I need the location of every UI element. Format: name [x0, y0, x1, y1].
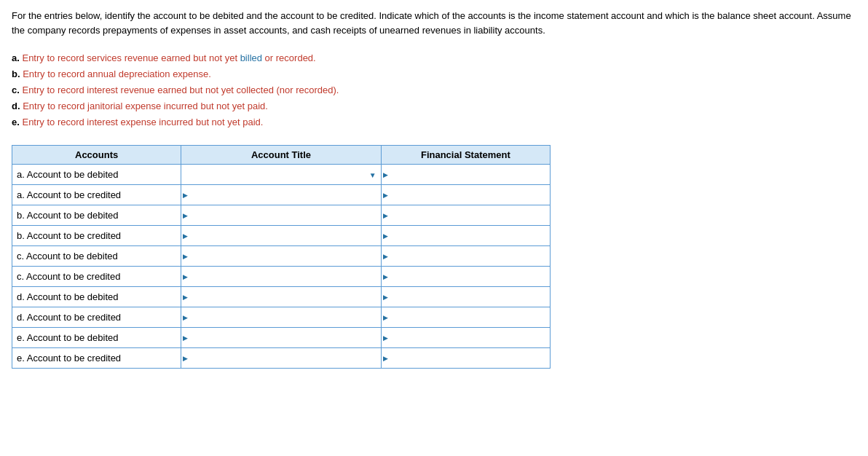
account-title-select[interactable]: Accounts ReceivableAccrued LiabilitiesAc…	[181, 185, 380, 205]
table-row: d. Account to be debitedAccounts Receiva…	[12, 287, 551, 307]
account-title-dropdown-cell[interactable]: Accounts ReceivableAccrued LiabilitiesAc…	[181, 246, 381, 267]
account-title-select[interactable]: Accounts ReceivableAccrued LiabilitiesAc…	[181, 246, 380, 266]
intro-paragraph: For the entries below, identify the acco…	[12, 9, 856, 37]
account-title-dropdown-cell[interactable]: Accounts ReceivableAccrued LiabilitiesAc…	[181, 287, 381, 307]
table-row: c. Account to be debitedAccounts Receiva…	[12, 246, 551, 267]
account-title-dropdown-cell[interactable]: Accounts ReceivableAccrued LiabilitiesAc…	[181, 328, 381, 348]
financial-statement-dropdown-cell[interactable]: Balance SheetIncome Statement▶	[381, 287, 550, 307]
row-label: e. Account to be debited	[12, 328, 181, 348]
accounts-table: Accounts Account Title Financial Stateme…	[12, 145, 551, 369]
financial-statement-dropdown-cell[interactable]: Balance SheetIncome Statement▶	[381, 185, 550, 205]
financial-statement-select[interactable]: Balance SheetIncome Statement	[382, 328, 550, 347]
financial-statement-dropdown-cell[interactable]: Balance SheetIncome Statement▶	[381, 348, 550, 369]
account-title-dropdown-cell[interactable]: Accounts ReceivableAccrued LiabilitiesAc…	[181, 307, 381, 328]
account-title-dropdown-cell[interactable]: Accounts ReceivableAccrued LiabilitiesAc…	[181, 348, 381, 369]
col-accounts: Accounts	[12, 146, 181, 165]
account-title-dropdown-cell[interactable]: Accounts ReceivableAccrued LiabilitiesAc…	[181, 205, 381, 226]
financial-statement-dropdown-cell[interactable]: Balance SheetIncome Statement▶	[381, 267, 550, 287]
entries-list: a. Entry to record services revenue earn…	[12, 50, 856, 130]
financial-statement-dropdown-cell[interactable]: Balance SheetIncome Statement▶	[381, 246, 550, 267]
table-row: e. Account to be creditedAccounts Receiv…	[12, 348, 551, 369]
account-title-dropdown-cell[interactable]: Accounts ReceivableAccrued LiabilitiesAc…	[181, 165, 381, 185]
row-label: c. Account to be debited	[12, 246, 181, 267]
financial-statement-select[interactable]: Balance SheetIncome Statement	[382, 205, 550, 225]
table-row: d. Account to be creditedAccounts Receiv…	[12, 307, 551, 328]
account-title-dropdown-cell[interactable]: Accounts ReceivableAccrued LiabilitiesAc…	[181, 185, 381, 205]
row-label: c. Account to be credited	[12, 267, 181, 287]
table-row: a. Account to be creditedAccounts Receiv…	[12, 185, 551, 205]
financial-statement-select[interactable]: Balance SheetIncome Statement	[382, 165, 550, 184]
table-row: e. Account to be debitedAccounts Receiva…	[12, 328, 551, 348]
entry-b: b. Entry to record annual depreciation e…	[12, 66, 856, 82]
financial-statement-select[interactable]: Balance SheetIncome Statement	[382, 307, 550, 327]
row-label: b. Account to be debited	[12, 205, 181, 226]
financial-statement-select[interactable]: Balance SheetIncome Statement	[382, 267, 550, 286]
row-label: e. Account to be credited	[12, 348, 181, 369]
account-title-select[interactable]: Accounts ReceivableAccrued LiabilitiesAc…	[181, 226, 380, 245]
row-label: d. Account to be credited	[12, 307, 181, 328]
account-title-select[interactable]: Accounts ReceivableAccrued LiabilitiesAc…	[181, 267, 380, 286]
financial-statement-dropdown-cell[interactable]: Balance SheetIncome Statement▶	[381, 165, 550, 185]
financial-statement-dropdown-cell[interactable]: Balance SheetIncome Statement▶	[381, 205, 550, 226]
entry-e: e. Entry to record interest expense incu…	[12, 114, 856, 130]
table-row: b. Account to be debitedAccounts Receiva…	[12, 205, 551, 226]
col-account-title: Account Title	[181, 146, 381, 165]
account-title-select[interactable]: Accounts ReceivableAccrued LiabilitiesAc…	[181, 307, 380, 327]
row-label: d. Account to be debited	[12, 287, 181, 307]
row-label: a. Account to be debited	[12, 165, 181, 185]
table-row: a. Account to be debitedAccounts Receiva…	[12, 165, 551, 185]
account-title-select[interactable]: Accounts ReceivableAccrued LiabilitiesAc…	[181, 287, 380, 307]
financial-statement-dropdown-cell[interactable]: Balance SheetIncome Statement▶	[381, 226, 550, 246]
row-label: a. Account to be credited	[12, 185, 181, 205]
col-financial-statement: Financial Statement	[381, 146, 550, 165]
account-title-select[interactable]: Accounts ReceivableAccrued LiabilitiesAc…	[181, 328, 380, 347]
financial-statement-select[interactable]: Balance SheetIncome Statement	[382, 348, 550, 368]
entry-a: a. Entry to record services revenue earn…	[12, 50, 856, 66]
account-title-dropdown-cell[interactable]: Accounts ReceivableAccrued LiabilitiesAc…	[181, 267, 381, 287]
row-label: b. Account to be credited	[12, 226, 181, 246]
account-title-select[interactable]: Accounts ReceivableAccrued LiabilitiesAc…	[181, 165, 380, 184]
account-title-select[interactable]: Accounts ReceivableAccrued LiabilitiesAc…	[181, 205, 380, 225]
table-row: c. Account to be creditedAccounts Receiv…	[12, 267, 551, 287]
table-row: b. Account to be creditedAccounts Receiv…	[12, 226, 551, 246]
account-title-dropdown-cell[interactable]: Accounts ReceivableAccrued LiabilitiesAc…	[181, 226, 381, 246]
financial-statement-select[interactable]: Balance SheetIncome Statement	[382, 185, 550, 205]
entry-c: c. Entry to record interest revenue earn…	[12, 82, 856, 98]
financial-statement-dropdown-cell[interactable]: Balance SheetIncome Statement▶	[381, 307, 550, 328]
financial-statement-select[interactable]: Balance SheetIncome Statement	[382, 287, 550, 307]
entry-d: d. Entry to record janitorial expense in…	[12, 98, 856, 114]
financial-statement-dropdown-cell[interactable]: Balance SheetIncome Statement▶	[381, 328, 550, 348]
financial-statement-select[interactable]: Balance SheetIncome Statement	[382, 246, 550, 266]
account-title-select[interactable]: Accounts ReceivableAccrued LiabilitiesAc…	[181, 348, 380, 368]
financial-statement-select[interactable]: Balance SheetIncome Statement	[382, 226, 550, 245]
